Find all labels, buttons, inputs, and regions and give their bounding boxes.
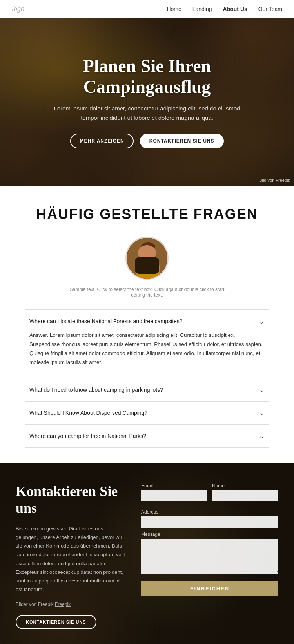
svg-point-2 (141, 242, 155, 250)
svg-point-9 (148, 250, 154, 255)
nav-about[interactable]: About Us (223, 6, 247, 12)
faq-question-4: Where can you camp for free in National … (29, 433, 146, 439)
form-group-message: Message (141, 532, 278, 574)
contact-hero-button[interactable]: KONTAKTIEREN SIE UNS (140, 134, 224, 148)
contact-credit: Bilder von Freepik Freepik (16, 602, 125, 607)
contact-left: Kontaktieren Sie uns Bis zu einem gewiss… (16, 483, 125, 629)
form-group-address: Address (141, 509, 278, 528)
nav-team[interactable]: Our Team (258, 6, 282, 12)
faq-question-2: What do I need to know about camping in … (29, 387, 163, 393)
nav-landing[interactable]: Landing (192, 6, 212, 12)
faq-answer-1: Answer. Lorem ipsum dolor sit amet, cons… (29, 331, 265, 371)
faq-question-1: Where can I locate these National Forest… (29, 318, 183, 324)
submit-button[interactable]: EINREICHEN (141, 581, 278, 596)
faq-item-3: What Should I Know About Dispersed Campi… (25, 401, 269, 424)
svg-point-8 (142, 250, 148, 255)
logo: logo (12, 5, 24, 13)
email-label: Email (141, 483, 207, 488)
faq-avatar-image (127, 238, 167, 279)
name-input[interactable] (212, 490, 278, 501)
faq-item-4: Where can you camp for free in National … (25, 424, 269, 448)
faq-item-1: Where can I locate these National Forest… (25, 309, 269, 378)
faq-avatar-caption: Sample text. Click to select the text bo… (69, 287, 225, 298)
faq-question-3: What Should I Know About Dispersed Campi… (29, 410, 147, 416)
faq-avatar-wrap (12, 237, 282, 280)
contact-button[interactable]: KONTAKTIEREN SIE UNS (16, 615, 96, 629)
faq-question-row-1[interactable]: Where can I locate these National Forest… (29, 317, 265, 326)
faq-avatar (125, 237, 169, 280)
faq-chevron-1: ⌄ (259, 317, 265, 326)
faq-chevron-2: ⌄ (259, 385, 265, 394)
hero-content: Planen Sie Ihren Campingausflug Lorem ip… (0, 48, 294, 156)
navbar: logo Home Landing About Us Our Team (0, 0, 294, 18)
nav-home[interactable]: Home (167, 6, 181, 12)
faq-chevron-3: ⌄ (259, 409, 265, 417)
contact-section: Kontaktieren Sie uns Bis zu einem gewiss… (0, 463, 294, 644)
contact-description: Bis zu einem gewissen Grad ist es uns ge… (16, 525, 125, 594)
contact-title: Kontaktieren Sie uns (16, 483, 125, 517)
svg-rect-5 (143, 261, 153, 268)
faq-section: HÄUFIG GESTELLTE FRAGEN (0, 186, 294, 463)
faq-chevron-4: ⌄ (259, 432, 265, 440)
contact-form-area: Email Name Address Message EINREICHEN (141, 483, 278, 629)
svg-point-1 (141, 245, 155, 260)
faq-question-row-3[interactable]: What Should I Know About Dispersed Campi… (29, 409, 265, 417)
svg-rect-4 (136, 264, 160, 280)
form-row-email-name: Email Name (141, 483, 278, 505)
email-input[interactable] (141, 490, 207, 501)
message-label: Message (141, 532, 278, 537)
faq-item-2: What do I need to know about camping in … (25, 378, 269, 401)
nav-links: Home Landing About Us Our Team (167, 6, 282, 12)
form-group-email: Email (141, 483, 207, 501)
contact-inner: Kontaktieren Sie uns Bis zu einem gewiss… (16, 483, 278, 629)
svg-point-6 (145, 262, 151, 268)
hero-section: Planen Sie Ihren Campingausflug Lorem ip… (0, 18, 294, 186)
faq-title: HÄUFIG GESTELLTE FRAGEN (12, 206, 282, 223)
form-group-name: Name (212, 483, 278, 501)
address-input[interactable] (141, 516, 278, 528)
faq-avatar-svg (127, 238, 169, 280)
name-label: Name (212, 483, 278, 488)
hero-subtitle: Lorem ipsum dolor sit amet, consectetur … (53, 104, 241, 123)
more-button[interactable]: MEHR ANZEIGEN (70, 134, 133, 148)
svg-point-3 (142, 254, 154, 262)
faq-question-row-2[interactable]: What do I need to know about camping in … (29, 385, 265, 394)
hero-buttons: MEHR ANZEIGEN KONTAKTIEREN SIE UNS (24, 134, 270, 148)
faq-question-row-4[interactable]: Where can you camp for free in National … (29, 432, 265, 440)
contact-credit-link[interactable]: Freepik (55, 602, 71, 607)
hero-title: Planen Sie Ihren Campingausflug (24, 56, 270, 98)
svg-point-7 (147, 263, 150, 266)
message-textarea[interactable] (141, 539, 278, 574)
hero-credit: Bild von Freepik (259, 178, 290, 183)
address-label: Address (141, 509, 278, 515)
